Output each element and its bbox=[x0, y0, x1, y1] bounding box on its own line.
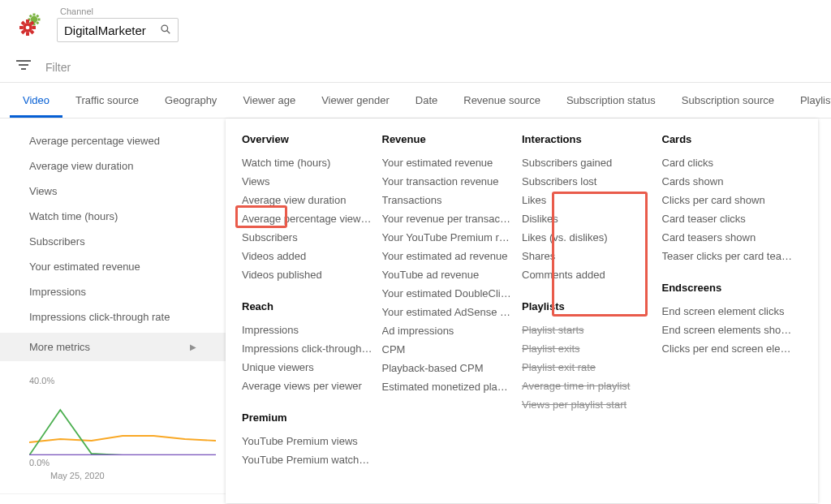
more-metrics-button[interactable]: More metrics ▶ bbox=[0, 333, 226, 361]
tab-viewer-gender[interactable]: Viewer gender bbox=[308, 83, 403, 118]
metric-item[interactable]: Ad impressions bbox=[382, 321, 513, 340]
header: Channel DigitalMarketer bbox=[0, 0, 831, 52]
metrics-group: PlaylistsPlaylist startsPlaylist exitsPl… bbox=[522, 300, 652, 414]
metric-item[interactable]: Your estimated ad revenue bbox=[382, 247, 513, 265]
chart-y-top: 40.0% bbox=[29, 376, 209, 386]
metric-item[interactable]: YouTube ad revenue bbox=[382, 265, 513, 284]
chart-canvas bbox=[29, 390, 216, 455]
metric-item[interactable]: Your estimated DoubleClick revenue bbox=[382, 284, 513, 303]
channel-search-input[interactable]: DigitalMarketer bbox=[57, 18, 179, 42]
tab-playlist[interactable]: Playlist bbox=[787, 83, 831, 118]
metric-item: Playlist exits bbox=[522, 339, 652, 358]
channel-label: Channel bbox=[57, 6, 179, 16]
metric-item[interactable]: Estimated monetized playbacks bbox=[382, 377, 513, 396]
metric-item[interactable]: Your estimated revenue bbox=[382, 153, 513, 172]
metric-item[interactable]: Your transaction revenue bbox=[382, 172, 513, 191]
sidebar-item[interactable]: Average view duration bbox=[0, 153, 226, 179]
tab-traffic-source[interactable]: Traffic source bbox=[62, 83, 152, 118]
metrics-group-head: Revenue bbox=[382, 133, 513, 145]
metric-item[interactable]: Subscribers lost bbox=[522, 172, 652, 191]
metric-item[interactable]: Shares bbox=[522, 247, 652, 265]
sidebar-item[interactable]: Views bbox=[0, 179, 226, 204]
search-icon bbox=[160, 24, 171, 37]
metric-item[interactable]: Videos added bbox=[242, 247, 372, 265]
metric-item[interactable]: Your YouTube Premium revenue bbox=[382, 228, 513, 247]
svg-line-5 bbox=[30, 15, 32, 17]
sidebar-item[interactable]: Impressions bbox=[0, 279, 226, 304]
metric-item[interactable]: Average view duration bbox=[242, 191, 372, 209]
metric-item[interactable]: Your revenue per transaction bbox=[382, 209, 513, 228]
metrics-group-head: Overview bbox=[242, 133, 372, 145]
metric-item: Playlist exit rate bbox=[522, 358, 652, 377]
metrics-column: InteractionsSubscribers gainedSubscriber… bbox=[522, 133, 662, 485]
sidebar-item[interactable]: Your estimated revenue bbox=[0, 254, 226, 279]
metric-item[interactable]: Views bbox=[242, 172, 372, 191]
video-footer-label: Video bbox=[0, 493, 226, 504]
metric-item[interactable]: YouTube Premium views bbox=[242, 432, 372, 450]
metric-item[interactable]: Card clicks bbox=[662, 153, 793, 172]
metric-item[interactable]: CPM bbox=[382, 340, 513, 359]
metric-item[interactable]: Watch time (hours) bbox=[242, 153, 372, 172]
mini-chart: 40.0% 0.0% May 25, 2020 bbox=[0, 361, 226, 487]
tab-revenue-source[interactable]: Revenue source bbox=[450, 83, 553, 118]
metric-item[interactable]: Teaser clicks per card teaser shown bbox=[662, 247, 793, 265]
sidebar-item[interactable]: Impressions click-through rate bbox=[0, 304, 226, 330]
sidebar-item[interactable]: Watch time (hours) bbox=[0, 204, 226, 229]
tab-date[interactable]: Date bbox=[403, 83, 450, 118]
channel-name: DigitalMarketer bbox=[64, 24, 160, 37]
tab-subscription-status[interactable]: Subscription status bbox=[553, 83, 669, 118]
metrics-group-head: Premium bbox=[242, 411, 372, 424]
metric-item[interactable]: Subscribers gained bbox=[522, 153, 652, 172]
metric-item[interactable]: Your estimated AdSense revenue bbox=[382, 303, 513, 321]
channel-logo bbox=[16, 10, 45, 39]
metric-item[interactable]: Impressions click-through rate bbox=[242, 339, 372, 358]
metric-item[interactable]: Clicks per end screen element shown bbox=[662, 339, 793, 358]
metric-item[interactable]: YouTube Premium watch time (hours) bbox=[242, 450, 372, 469]
metric-item[interactable]: Unique viewers bbox=[242, 358, 372, 377]
metric-item: Views per playlist start bbox=[522, 395, 652, 414]
metric-item[interactable]: Average views per viewer bbox=[242, 377, 372, 395]
tab-geography[interactable]: Geography bbox=[152, 83, 230, 118]
metrics-column: RevenueYour estimated revenueYour transa… bbox=[382, 133, 523, 485]
metric-item[interactable]: End screen element clicks bbox=[662, 302, 793, 321]
metric-item[interactable]: Average percentage viewed bbox=[242, 209, 372, 228]
tab-subscription-source[interactable]: Subscription source bbox=[669, 83, 787, 118]
filter-bar[interactable]: Filter bbox=[0, 52, 831, 83]
metrics-group: OverviewWatch time (hours)ViewsAverage v… bbox=[242, 133, 372, 284]
sidebar-item[interactable]: Subscribers bbox=[0, 229, 226, 254]
metric-item[interactable]: Card teaser clicks bbox=[662, 209, 793, 228]
metric-item[interactable]: Cards shown bbox=[662, 172, 793, 191]
metrics-group: RevenueYour estimated revenueYour transa… bbox=[382, 133, 513, 396]
chart-x-label: May 25, 2020 bbox=[29, 471, 209, 480]
svg-point-19 bbox=[161, 25, 168, 32]
metrics-group: ReachImpressionsImpressions click-throug… bbox=[242, 300, 372, 395]
sidebar-item[interactable]: Average percentage viewed bbox=[0, 128, 226, 153]
metric-item[interactable]: Dislikes bbox=[522, 209, 652, 228]
channel-selector: Channel DigitalMarketer bbox=[57, 6, 179, 42]
filter-icon bbox=[16, 60, 31, 74]
metrics-column: OverviewWatch time (hours)ViewsAverage v… bbox=[242, 133, 382, 485]
metric-item[interactable]: Likes (vs. dislikes) bbox=[522, 228, 652, 247]
metric-item[interactable]: Videos published bbox=[242, 265, 372, 284]
metric-item: Playlist starts bbox=[522, 321, 652, 339]
metric-item[interactable]: Card teasers shown bbox=[662, 228, 793, 247]
metrics-column: CardsCard clicksCards shownClicks per ca… bbox=[662, 133, 803, 485]
metric-item[interactable]: End screen elements shown bbox=[662, 321, 793, 339]
metric-item[interactable]: Likes bbox=[522, 191, 652, 209]
metrics-group-head: Endscreens bbox=[662, 282, 793, 294]
metrics-group: PremiumYouTube Premium viewsYouTube Prem… bbox=[242, 411, 372, 469]
metric-item[interactable]: Playback-based CPM bbox=[382, 359, 513, 377]
svg-point-10 bbox=[26, 26, 30, 30]
metric-item[interactable]: Clicks per card shown bbox=[662, 191, 793, 209]
svg-line-20 bbox=[167, 30, 170, 33]
tab-viewer-age[interactable]: Viewer age bbox=[230, 83, 308, 118]
metrics-group-head: Interactions bbox=[522, 133, 652, 145]
metric-item[interactable]: Impressions bbox=[242, 321, 372, 339]
metric-item[interactable]: Transactions bbox=[382, 191, 513, 209]
tab-video[interactable]: Video bbox=[10, 83, 62, 118]
metrics-group-head: Reach bbox=[242, 300, 372, 312]
metrics-group: CardsCard clicksCards shownClicks per ca… bbox=[662, 133, 793, 265]
metric-item[interactable]: Comments added bbox=[522, 265, 652, 284]
svg-rect-23 bbox=[21, 68, 26, 70]
metric-item[interactable]: Subscribers bbox=[242, 228, 372, 247]
